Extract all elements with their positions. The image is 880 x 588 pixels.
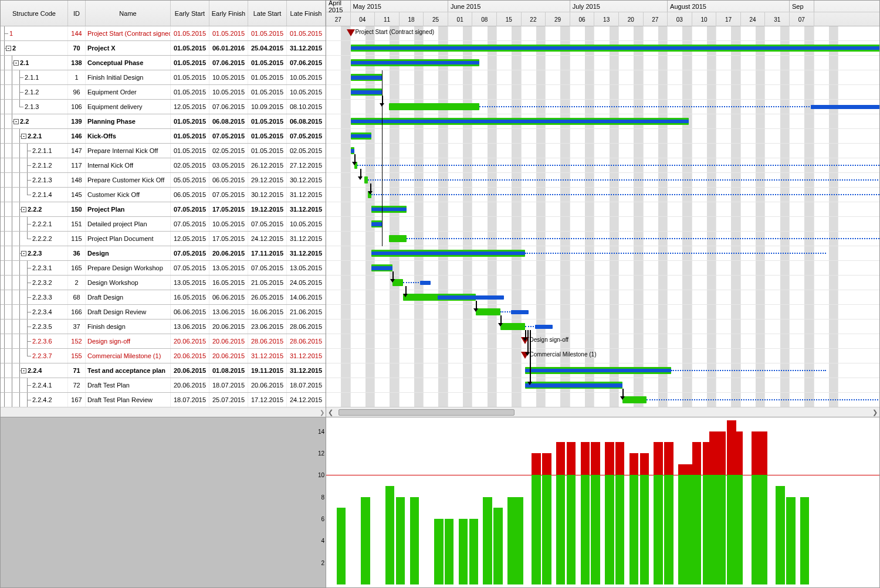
hist-bar-red[interactable]	[556, 442, 565, 475]
hist-bar-green[interactable]	[445, 519, 453, 584]
col-name[interactable]: Name	[86, 1, 171, 26]
tree-toggle-icon[interactable]: -	[13, 60, 19, 66]
hist-bar-red[interactable]	[615, 442, 624, 475]
hist-bar-green[interactable]	[396, 497, 405, 584]
gantt-body[interactable]: Project Start (Contract signed)Design si…	[326, 26, 879, 407]
gantt-row[interactable]	[326, 290, 879, 305]
task-row[interactable]: -2.2.471Test and acceptance plan20.06.20…	[1, 363, 326, 378]
task-row[interactable]: -2.2.2150Project Plan07.05.201517.05.201…	[1, 202, 326, 217]
hist-bar-green[interactable]	[410, 497, 419, 584]
gantt-row[interactable]	[326, 232, 879, 246]
gantt-row[interactable]: Design sign-off	[326, 334, 879, 349]
hist-bar-green[interactable]	[459, 519, 468, 584]
col-lf[interactable]: Late Finish	[287, 1, 326, 26]
task-row[interactable]: 2.2.2.1151Detailed project Plan07.05.201…	[1, 217, 326, 232]
gantt-row[interactable]	[326, 70, 879, 85]
hist-bar-green[interactable]	[800, 497, 809, 584]
task-row[interactable]: 2.2.3.1165Prepare Design Workshop07.05.2…	[1, 261, 326, 276]
histogram-chart[interactable]: 2468101214	[326, 417, 879, 587]
left-scrollbar[interactable]: ❯	[1, 407, 326, 417]
hist-bar-green[interactable]	[361, 497, 370, 584]
hist-bar-green[interactable]	[654, 475, 662, 584]
gantt-row[interactable]	[326, 56, 879, 70]
tree-toggle-icon[interactable]: -	[21, 134, 26, 139]
hist-bar-green[interactable]	[629, 475, 638, 584]
col-ls[interactable]: Late Start	[248, 1, 287, 26]
hist-bar-green[interactable]	[786, 497, 795, 584]
task-row[interactable]: 2.2.1.1147Prepare Internal Kick Off01.05…	[1, 144, 326, 158]
gantt-row[interactable]	[326, 246, 879, 261]
task-table-body[interactable]: 1144Project Start (Contract signed)01.05…	[1, 26, 326, 407]
hist-bar-red[interactable]	[605, 442, 614, 475]
hist-bar-green[interactable]	[591, 475, 600, 584]
hist-bar-green[interactable]	[434, 519, 443, 584]
early-bar[interactable]	[622, 396, 647, 403]
hist-bar-red[interactable]	[716, 431, 725, 475]
tree-toggle-icon[interactable]: -	[21, 251, 26, 256]
hist-bar-green[interactable]	[776, 486, 784, 584]
hist-bar-red[interactable]	[664, 442, 673, 475]
hist-bar-green[interactable]	[567, 475, 576, 584]
gantt-row[interactable]	[326, 114, 879, 129]
gantt-row[interactable]	[326, 173, 879, 188]
gantt-row[interactable]	[326, 202, 879, 217]
hist-bar-green[interactable]	[515, 497, 523, 584]
task-row[interactable]: 2.1.11Finish Initial Design01.05.201510.…	[1, 70, 326, 85]
scroll-left-icon[interactable]: ❮	[326, 409, 335, 416]
hist-bar-green[interactable]	[716, 475, 725, 584]
hist-bar-green[interactable]	[542, 475, 551, 584]
hist-bar-green[interactable]	[337, 508, 346, 584]
col-ef[interactable]: Early Finish	[209, 1, 248, 26]
scroll-right-icon[interactable]: ❯	[871, 409, 879, 416]
early-bar[interactable]	[389, 103, 479, 110]
task-row[interactable]: -2.2139Planning Phase01.05.201506.08.201…	[1, 114, 326, 129]
task-row[interactable]: 2.2.3.7155Commercial Milestone (1)20.06.…	[1, 349, 326, 363]
hist-bar-green[interactable]	[692, 475, 701, 584]
hist-bar-red[interactable]	[542, 453, 551, 475]
hist-bar-green[interactable]	[385, 486, 394, 584]
task-row[interactable]: -2.2.336Design07.05.201520.06.201517.11.…	[1, 246, 326, 261]
hist-bar-green[interactable]	[605, 475, 614, 584]
gantt-row[interactable]	[326, 393, 879, 407]
task-row[interactable]: -2.2.1146Kick-Offs01.05.201507.05.201501…	[1, 129, 326, 144]
gantt-row[interactable]: Commercial Milestone (1)	[326, 349, 879, 363]
hist-bar-red[interactable]	[692, 442, 701, 475]
gantt-row[interactable]	[326, 276, 879, 290]
col-es[interactable]: Early Start	[171, 1, 209, 26]
tree-toggle-icon[interactable]: -	[13, 119, 19, 124]
hist-bar-red[interactable]	[567, 442, 576, 475]
gantt-row[interactable]	[326, 363, 879, 378]
col-structure[interactable]: Structure Code	[1, 1, 68, 26]
gantt-row[interactable]	[326, 305, 879, 320]
late-bar[interactable]	[351, 149, 354, 153]
gantt-row[interactable]	[326, 85, 879, 100]
gantt-scrollbar[interactable]: ❮ ❯	[326, 407, 879, 417]
task-row[interactable]: 2.2.3.22Design Workshop13.05.201516.05.2…	[1, 276, 326, 290]
late-bar[interactable]	[525, 383, 622, 388]
task-row[interactable]: 2.2.1.3148Prepare Customer Kick Off05.05…	[1, 173, 326, 188]
task-row[interactable]: -2.1138Conceptual Phase01.05.201507.06.2…	[1, 56, 326, 70]
tree-toggle-icon[interactable]: -	[6, 46, 11, 51]
hist-bar-green[interactable]	[532, 475, 540, 584]
hist-bar-red[interactable]	[581, 442, 590, 475]
task-row[interactable]: 2.2.2.2115Project Plan Document12.05.201…	[1, 232, 326, 246]
gantt-row[interactable]: Project Start (Contract signed)	[326, 26, 879, 41]
hist-bar-green[interactable]	[469, 519, 478, 584]
late-bar[interactable]	[351, 90, 382, 94]
gantt-row[interactable]	[326, 217, 879, 232]
hist-bar-red[interactable]	[532, 453, 540, 475]
hist-bar-green[interactable]	[664, 475, 673, 584]
early-bar[interactable]	[389, 235, 407, 242]
hist-bar-green[interactable]	[493, 508, 502, 584]
task-row[interactable]: 2.2.3.6152Design sign-off20.06.201520.06…	[1, 334, 326, 349]
gantt-row[interactable]	[326, 188, 879, 202]
early-bar[interactable]	[476, 308, 500, 315]
gantt-row[interactable]	[326, 158, 879, 173]
col-id[interactable]: ID	[68, 1, 86, 26]
late-bar[interactable]	[371, 266, 392, 270]
tree-toggle-icon[interactable]: -	[21, 368, 26, 373]
task-row[interactable]: 2.2.1.2117Internal Kick Off02.05.201503.…	[1, 158, 326, 173]
task-row[interactable]: 2.2.3.537Finish design13.06.201520.06.20…	[1, 320, 326, 334]
gantt-row[interactable]	[326, 261, 879, 276]
late-bar[interactable]	[351, 76, 382, 80]
